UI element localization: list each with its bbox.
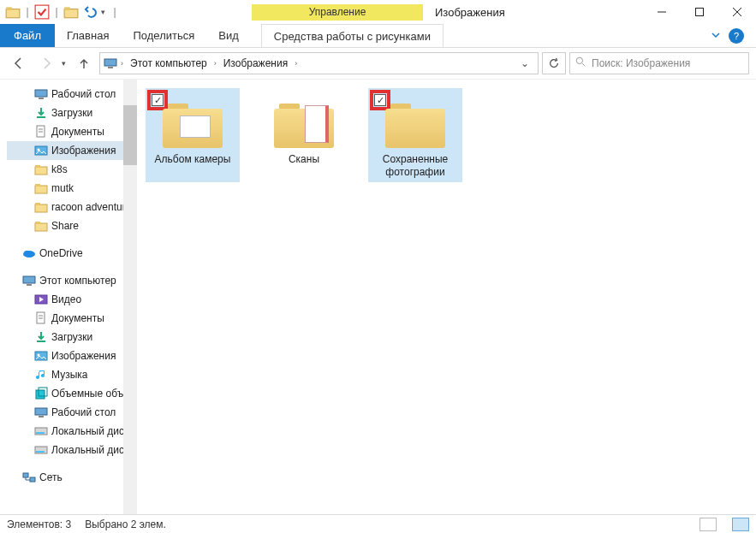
crumb-thispc[interactable]: Этот компьютер [127, 57, 211, 69]
svg-rect-26 [35, 203, 40, 205]
search-placeholder: Поиск: Изображения [592, 57, 690, 69]
folder-item[interactable]: ✓Сохраненные фотографии [368, 88, 462, 182]
folder-item[interactable]: ✓Альбом камеры [146, 88, 240, 182]
ribbon-collapse-icon[interactable] [711, 30, 720, 42]
breadcrumb[interactable]: › Этот компьютер › Изображения › ⌄ [99, 52, 539, 74]
sidebar-item-pc-7[interactable]: Локальный диск [7, 422, 137, 441]
svg-rect-31 [23, 276, 35, 283]
onedrive-icon [22, 246, 36, 260]
view-largeicons-button[interactable] [732, 518, 749, 531]
tree-item-label: Документы [51, 312, 104, 324]
tab-home[interactable]: Главная [55, 24, 121, 47]
svg-rect-4 [64, 7, 70, 9]
history-dropdown-icon[interactable]: ▾ [62, 59, 68, 68]
folder-qat-icon[interactable] [5, 4, 21, 20]
path-dropdown-icon[interactable]: ⌄ [515, 57, 534, 69]
svg-rect-23 [35, 186, 47, 193]
tab-view[interactable]: Вид [206, 24, 251, 47]
sidebar-item-pc-6[interactable]: Рабочий стол [7, 403, 137, 422]
chevron-right-icon[interactable]: › [119, 59, 125, 68]
videos-icon [34, 293, 48, 306]
help-icon[interactable]: ? [729, 28, 744, 44]
qat-separator: | [53, 6, 60, 18]
sidebar-item-quick-0[interactable]: Рабочий стол📌 [7, 85, 137, 104]
svg-rect-13 [35, 90, 47, 97]
back-button[interactable] [7, 51, 31, 75]
search-input[interactable]: Поиск: Изображения [569, 52, 749, 74]
sidebar-item-network[interactable]: Сеть [7, 468, 137, 487]
tree-item-label: Загрузки [51, 107, 92, 119]
tab-share[interactable]: Поделиться [121, 24, 206, 47]
thispc-icon [22, 274, 36, 287]
svg-point-11 [576, 57, 582, 63]
undo-dropdown-icon[interactable]: ▾ [101, 8, 108, 16]
tree-item-label: Объемные объе [51, 388, 129, 400]
tab-file[interactable]: Файл [0, 24, 55, 47]
svg-rect-27 [35, 223, 47, 231]
network-icon [22, 471, 36, 484]
sidebar-item-quick-5[interactable]: mutk [7, 179, 137, 198]
documents-icon [34, 125, 48, 139]
tree-item-label: Сеть [39, 471, 63, 483]
context-tab-header: Управление [252, 4, 423, 21]
sidebar-item-pc-4[interactable]: Музыка [7, 365, 137, 384]
undo-icon[interactable] [82, 4, 98, 20]
sidebar-item-quick-6[interactable]: racoon adventure [7, 198, 137, 216]
downloads-icon [34, 330, 48, 344]
up-button[interactable] [72, 51, 96, 75]
svg-rect-42 [35, 408, 47, 415]
crumb-pictures[interactable]: Изображения [220, 57, 291, 69]
chevron-right-icon[interactable]: › [212, 59, 218, 68]
svg-rect-9 [104, 59, 116, 66]
svg-rect-14 [39, 98, 44, 99]
tree-item-label: Share [51, 220, 79, 232]
chevron-right-icon[interactable]: › [293, 59, 299, 68]
status-bar: Элементов: 3 Выбрано 2 элем. [0, 514, 756, 533]
sidebar-item-quick-1[interactable]: Загрузки📌 [7, 104, 137, 122]
sidebar-item-pc-1[interactable]: Документы [7, 309, 137, 328]
folder-item[interactable]: Сканы [257, 88, 351, 182]
folder-small-icon[interactable] [63, 4, 79, 20]
sidebar-item-pc-3[interactable]: Изображения [7, 346, 137, 365]
sidebar-item-pc-0[interactable]: Видео [7, 290, 137, 309]
window-title: Изображения [435, 6, 505, 19]
svg-rect-32 [27, 284, 32, 286]
tree-item-label: Музыка [51, 369, 87, 381]
tree-item-label: Изображения [51, 350, 116, 362]
sidebar-item-pc-8[interactable]: Локальный диск [7, 441, 137, 459]
sidebar-scrollbar[interactable] [123, 80, 137, 514]
folder-icon [34, 163, 48, 176]
sidebar-item-onedrive[interactable]: OneDrive [7, 244, 137, 263]
sidebar-item-pc-5[interactable]: Объемные объе [7, 384, 137, 403]
status-selection-count: Выбрано 2 элем. [85, 518, 166, 530]
minimize-button[interactable] [643, 0, 681, 24]
documents-icon [34, 311, 48, 325]
sidebar-item-thispc[interactable]: Этот компьютер [7, 271, 137, 290]
folder-icon [34, 219, 48, 233]
disk-icon [34, 443, 48, 457]
properties-check-icon[interactable] [34, 4, 50, 20]
qat-separator: | [24, 6, 31, 18]
svg-rect-47 [36, 451, 45, 453]
sidebar-item-quick-7[interactable]: Share [7, 216, 137, 235]
item-view: ✓Альбом камерыСканы✓Сохраненные фотограф… [137, 80, 756, 514]
3d-icon [34, 387, 48, 400]
close-button[interactable] [718, 0, 756, 24]
tree-item-label: k8s [51, 163, 68, 175]
refresh-button[interactable] [542, 52, 566, 74]
sidebar-item-quick-3[interactable]: Изображения📌 [7, 141, 137, 160]
sidebar-item-quick-2[interactable]: Документы📌 [7, 122, 137, 141]
view-details-button[interactable] [699, 518, 717, 531]
folder-icon [274, 100, 334, 148]
sidebar-item-pc-2[interactable]: Загрузки [7, 328, 137, 346]
pictures-icon [34, 349, 48, 363]
tab-picture-tools[interactable]: Средства работы с рисунками [261, 24, 443, 47]
maximize-button[interactable] [681, 0, 718, 24]
forward-button[interactable] [34, 51, 58, 75]
tree-item-label: Локальный диск [51, 425, 128, 437]
item-label: Сохраненные фотографии [372, 153, 459, 179]
tree-item-label: racoon adventure [51, 201, 131, 213]
item-label: Сканы [289, 153, 319, 166]
tree-item-label: Видео [51, 293, 81, 305]
sidebar-item-quick-4[interactable]: k8s [7, 160, 137, 179]
